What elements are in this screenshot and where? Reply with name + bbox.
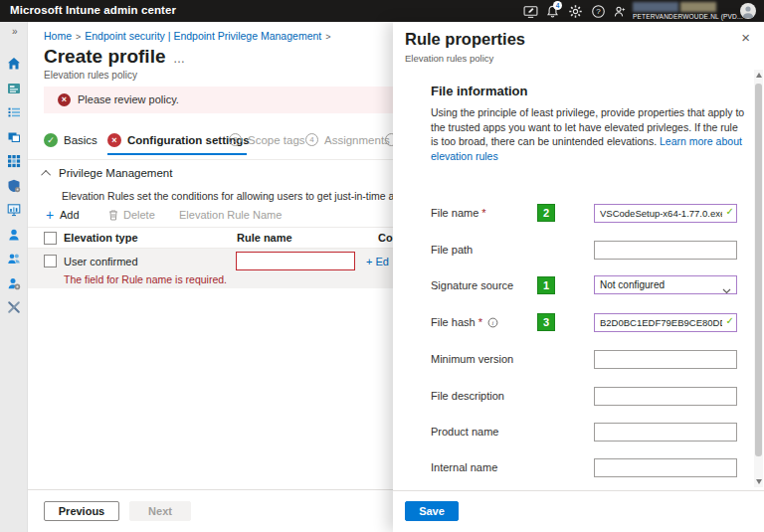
rules-toolbar: + Add Delete Elevation Rule Name bbox=[28, 207, 393, 225]
settings-gear-icon[interactable] bbox=[568, 4, 583, 19]
section-title: Privilege Management bbox=[59, 167, 172, 179]
file-hash-input[interactable] bbox=[594, 313, 737, 332]
panel-scrollbar[interactable] bbox=[754, 70, 763, 487]
edit-link[interactable]: + Ed bbox=[366, 256, 389, 267]
field-row-file-description: File description bbox=[393, 386, 764, 407]
avatar[interactable] bbox=[740, 3, 756, 19]
tab-basics-label: Basics bbox=[64, 133, 97, 146]
minimum-version-input[interactable] bbox=[594, 350, 737, 369]
previous-button[interactable]: Previous bbox=[44, 501, 119, 521]
users-icon[interactable] bbox=[7, 228, 21, 242]
step-number-icon bbox=[385, 133, 393, 146]
breadcrumb-section-link[interactable]: Endpoint security | Endpoint Privilege M… bbox=[85, 30, 321, 42]
valid-check-icon: ✓ bbox=[726, 315, 734, 326]
error-circle-icon: × bbox=[58, 93, 71, 106]
tenant-administration-icon[interactable] bbox=[7, 276, 21, 290]
page-subtitle: Elevation rules policy bbox=[44, 70, 137, 81]
file-description-input[interactable] bbox=[594, 387, 737, 406]
scroll-up-icon[interactable] bbox=[756, 73, 762, 78]
field-row-file-path: File path bbox=[393, 240, 764, 261]
error-banner-text: Please review policy. bbox=[78, 93, 179, 105]
add-plus-icon[interactable]: + bbox=[46, 207, 54, 223]
wizard-tabs: ✓ Basics × Configuration settings 3 Scop… bbox=[28, 129, 393, 155]
column-elevation-type: Elevation type bbox=[64, 232, 138, 244]
tab-next-partial[interactable] bbox=[385, 133, 393, 155]
tab-basics[interactable]: ✓ Basics bbox=[44, 133, 97, 155]
redacted-account-block bbox=[680, 2, 716, 12]
rule-properties-panel: Rule properties Elevation rules policy ×… bbox=[393, 22, 764, 532]
dashboard-icon[interactable] bbox=[7, 82, 21, 95]
chevron-down-icon bbox=[722, 282, 731, 299]
section-description: Elevation Rules set the conditions for a… bbox=[62, 190, 393, 202]
endpoint-security-icon[interactable] bbox=[7, 179, 21, 193]
troubleshooting-icon[interactable] bbox=[7, 300, 21, 314]
annotation-badge-2: 2 bbox=[537, 204, 555, 222]
svg-text:?: ? bbox=[596, 7, 601, 16]
annotation-badge-3: 3 bbox=[537, 313, 555, 331]
devices-icon[interactable] bbox=[7, 130, 21, 144]
notifications-bell-icon[interactable]: 4 bbox=[545, 4, 560, 19]
field-row-file-name: File name* 2 ✓ bbox=[393, 203, 764, 224]
field-label: Signature source bbox=[431, 279, 513, 291]
footer-divider bbox=[28, 489, 393, 490]
home-icon[interactable] bbox=[7, 57, 21, 71]
file-name-input[interactable] bbox=[594, 204, 737, 223]
required-asterisk: * bbox=[478, 316, 482, 328]
add-rule-button[interactable]: Add bbox=[60, 209, 80, 221]
row-checkbox[interactable] bbox=[44, 255, 57, 267]
expand-nav-icon[interactable]: » bbox=[12, 26, 18, 37]
feedback-icon[interactable] bbox=[613, 4, 628, 19]
info-icon[interactable]: i bbox=[487, 317, 498, 328]
tab-assignments[interactable]: 4 Assignments bbox=[305, 133, 390, 155]
internal-name-input[interactable] bbox=[594, 458, 737, 477]
create-profile-page: Home>Endpoint security | Endpoint Privil… bbox=[28, 22, 393, 532]
svg-text:i: i bbox=[492, 318, 494, 325]
scrollbar-thumb[interactable] bbox=[755, 84, 762, 456]
scroll-down-icon[interactable] bbox=[756, 479, 762, 484]
field-label: Minimum version bbox=[431, 353, 513, 365]
file-information-heading: File information bbox=[431, 84, 528, 98]
breadcrumb-separator: > bbox=[72, 32, 85, 42]
breadcrumb: Home>Endpoint security | Endpoint Privil… bbox=[44, 30, 335, 42]
page-menu-ellipsis[interactable]: … bbox=[173, 52, 186, 66]
app-title: Microsoft Intune admin center bbox=[10, 4, 176, 16]
all-services-icon[interactable] bbox=[7, 105, 21, 119]
remote-help-icon[interactable] bbox=[523, 4, 538, 19]
elevation-rule-name-header: Elevation Rule Name bbox=[179, 209, 282, 221]
help-icon[interactable]: ? bbox=[591, 4, 606, 19]
field-label: File description bbox=[431, 390, 504, 402]
file-path-input[interactable] bbox=[594, 241, 737, 260]
rule-name-error: The field for Rule name is required. bbox=[64, 273, 227, 285]
table-header-row: Elevation type Rule name Con bbox=[28, 227, 393, 249]
delete-rule-button[interactable]: Delete bbox=[123, 209, 155, 221]
field-row-file-hash: File hash* i 3 ✓ bbox=[393, 312, 764, 333]
column-rule-name: Rule name bbox=[237, 232, 292, 244]
field-label: Product name bbox=[431, 426, 498, 438]
field-row-signature-source: Signature source 1 Not configured bbox=[393, 275, 764, 296]
annotation-badge-1: 1 bbox=[537, 276, 555, 294]
product-name-input[interactable] bbox=[594, 423, 737, 442]
signature-source-dropdown[interactable]: Not configured bbox=[594, 275, 737, 294]
field-label: File path bbox=[431, 244, 473, 256]
valid-check-icon: ✓ bbox=[726, 206, 734, 217]
apps-icon[interactable] bbox=[7, 154, 21, 168]
notification-badge: 4 bbox=[553, 1, 562, 10]
privilege-management-section-header[interactable]: Privilege Management bbox=[44, 167, 172, 179]
panel-footer-divider bbox=[393, 490, 764, 491]
breadcrumb-home-link[interactable]: Home bbox=[44, 30, 72, 42]
reports-icon[interactable] bbox=[7, 203, 21, 217]
success-check-icon: ✓ bbox=[44, 133, 58, 147]
close-icon[interactable]: × bbox=[741, 30, 750, 45]
divider bbox=[28, 159, 393, 160]
groups-icon[interactable] bbox=[7, 252, 21, 266]
active-tab-underline bbox=[107, 153, 247, 155]
field-row-minimum-version: Minimum version bbox=[393, 349, 764, 370]
field-label: File hash bbox=[431, 316, 476, 328]
save-button[interactable]: Save bbox=[405, 501, 459, 521]
panel-title: Rule properties bbox=[405, 30, 525, 49]
select-all-checkbox[interactable] bbox=[44, 232, 57, 245]
trash-icon bbox=[107, 209, 119, 221]
rule-name-input[interactable] bbox=[236, 252, 355, 270]
tab-scope-tags[interactable]: 3 Scope tags bbox=[229, 133, 305, 155]
breadcrumb-separator: > bbox=[321, 32, 334, 42]
